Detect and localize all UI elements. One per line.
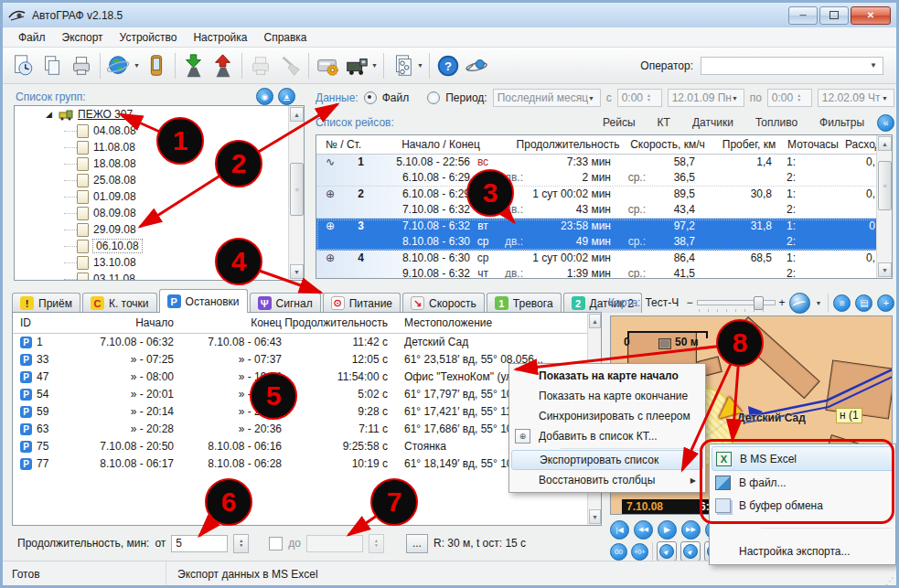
map-legend-button[interactable]: ▤ [855, 294, 872, 312]
zoom-in-label[interactable]: + [778, 296, 785, 309]
report-button[interactable] [8, 51, 37, 80]
tree-item-label[interactable]: 13.10.08 [93, 256, 136, 269]
trips-link[interactable]: Датчики [692, 116, 733, 129]
tab[interactable]: P Остановки [159, 289, 248, 313]
file-radio[interactable] [364, 91, 377, 104]
spinner-icon[interactable]: ▲▼ [797, 93, 801, 102]
tree-item-label[interactable]: 06.10.08 [93, 240, 142, 252]
slider-thumb[interactable] [754, 296, 764, 310]
duration-from-input[interactable]: 5 [171, 535, 228, 552]
scroll-down-icon[interactable]: ▼ [878, 262, 892, 277]
tree-item[interactable]: 25.08.08 [15, 172, 304, 188]
tab[interactable]: ! Приём [12, 293, 80, 313]
tab[interactable]: ↘ Скорость [402, 293, 485, 313]
resize-grip[interactable]: ⋰ [885, 576, 894, 586]
tree-item-label[interactable]: 08.09.08 [93, 207, 136, 219]
scrollbar-thumb[interactable]: ≡ [878, 161, 892, 210]
maximize-button[interactable] [819, 6, 849, 25]
follow-cursor-toggle[interactable]: ▲ [657, 541, 677, 561]
tree-item[interactable]: 01.09.08 [15, 188, 304, 205]
spinner-icon[interactable]: ▲▼ [647, 93, 651, 102]
tree-item[interactable]: 29.09.08 [15, 221, 304, 238]
trips-link[interactable]: КТ [658, 116, 670, 129]
groups-settings-button[interactable]: ◉ [256, 88, 273, 105]
to-checkbox[interactable] [269, 537, 283, 551]
menu-item[interactable]: Добавить в список КТ... [511, 426, 703, 446]
close-button[interactable]: ✕ [851, 6, 891, 25]
menu-item[interactable]: Настройка экспорта... [712, 540, 894, 562]
table-row[interactable]: ⊕ 3 7.10.08 - 6:32 вт 23:58 мин 97,2 31,… [316, 219, 878, 251]
duration-to-spinner[interactable]: ▲▼ [369, 534, 384, 553]
tab[interactable]: C К. точки [82, 293, 157, 313]
tree-item-label[interactable]: 29.09.08 [93, 223, 136, 236]
save-disk-button[interactable] [313, 51, 342, 80]
duration-from-spinner[interactable]: ▲▼ [233, 534, 249, 553]
map-center-button[interactable]: + [877, 294, 894, 312]
from-time-input[interactable]: 0:00▲▼ [617, 89, 662, 107]
skip-start-button[interactable]: |◀ [610, 520, 629, 540]
column-header[interactable]: Начало / Конец [369, 135, 512, 154]
waypoints-button[interactable] [388, 51, 417, 80]
tree-item-label[interactable]: 11.08.08 [93, 141, 135, 154]
zoom-out-label[interactable]: − [686, 296, 692, 309]
menu-item[interactable]: Устройство [112, 29, 186, 46]
collapse-panel-button[interactable]: « [877, 114, 894, 132]
tree-item[interactable]: 03.11.08 [15, 271, 304, 281]
scroll-up-icon[interactable]: ▲ [589, 314, 601, 328]
copy-button[interactable] [37, 51, 67, 80]
trips-link[interactable]: Фильтры [819, 116, 864, 129]
column-header[interactable]: ID [13, 313, 70, 333]
table-row[interactable]: ⊕ 4 8.10.08 - 6:30 ср 1 сут 00:02 мин 86… [316, 251, 878, 279]
column-header[interactable]: Моточасы [787, 135, 840, 154]
satellite-view-button[interactable] [463, 51, 492, 80]
trips-link[interactable]: Рейсы [603, 116, 635, 129]
table-row[interactable]: P1 7.10.08 - 06:32 7.10.08 - 06:43 11:42… [13, 334, 601, 351]
column-header[interactable]: Начало [70, 313, 174, 333]
period-radio[interactable] [427, 91, 440, 104]
tree-item[interactable]: 08.09.08 [15, 205, 304, 221]
tab[interactable]: Ψ Сигнал [250, 293, 321, 313]
tab[interactable]: ⊙ Питание [323, 293, 401, 313]
read-data-button[interactable] [179, 51, 209, 80]
send-data-button[interactable] [209, 51, 238, 80]
column-header[interactable]: Продолжительность [282, 313, 388, 333]
to-time-input[interactable]: 0:00▲▼ [767, 89, 812, 107]
tree-item-label[interactable]: 01.09.08 [93, 190, 136, 203]
scroll-down-icon[interactable]: ▼ [589, 509, 601, 524]
play-button[interactable]: ▶ [658, 520, 677, 540]
period-select[interactable]: Последний месяц▼ [493, 89, 601, 107]
google-earth-button[interactable] [789, 293, 810, 314]
trips-link[interactable]: Топливо [755, 116, 797, 129]
column-header[interactable]: Местоположение [388, 313, 601, 333]
waypoints-dropdown-icon[interactable]: ▼ [417, 62, 423, 69]
clear-button[interactable] [275, 51, 305, 80]
column-header[interactable]: Продолжительность [512, 135, 624, 154]
cursor-info-toggle[interactable]: ▲ [680, 541, 701, 561]
period-radio-label[interactable]: Период: [445, 91, 487, 104]
groups-collapse-button[interactable]: ▲ [278, 88, 295, 105]
table-row[interactable]: ∿ 1 5.10.08 - 22:56 вс 7:33 мин 58,7 1,4… [316, 155, 878, 187]
tree-expander-icon[interactable]: ◢ [46, 110, 59, 119]
tree-item-label[interactable]: 04.08.08 [93, 124, 136, 137]
fast-forward-button[interactable]: ▶▶ [681, 520, 701, 540]
from-date-select[interactable]: 12.01.09 Пн▼ [668, 89, 744, 107]
chevron-down-icon[interactable]: ▼ [815, 300, 821, 306]
scrollbar-thumb[interactable]: ≡ [290, 163, 304, 216]
step-button[interactable]: +0+ [631, 543, 648, 561]
stop-params-button[interactable]: ... [406, 534, 428, 553]
tab[interactable]: 1 Тревога [487, 293, 562, 313]
tree-root-item[interactable]: ◢ ПЕЖО 307 [15, 106, 304, 123]
scroll-down-icon[interactable]: ▼ [290, 264, 304, 279]
internet-button[interactable] [104, 51, 134, 80]
table-row[interactable]: ⊕ 2 6.10.08 - 6:29 пн 1 сут 00:02 мин 89… [316, 187, 878, 219]
column-header[interactable]: Скорость, км/ч [624, 135, 712, 154]
menu-item[interactable]: Показать на карте окончание [511, 386, 703, 406]
minimize-button[interactable]: ─ [788, 6, 818, 25]
help-button[interactable]: ? [433, 51, 463, 80]
tree-item-label[interactable]: 03.11.08 [93, 273, 135, 281]
menu-item[interactable]: Восстановить столбцы ▶ [511, 470, 703, 490]
to-date-select[interactable]: 12.02.09 Чт▼ [818, 89, 894, 107]
vehicle-button[interactable] [342, 51, 371, 80]
menu-item[interactable]: Файл [10, 29, 54, 46]
menu-item[interactable]: Экспортировать список [511, 450, 703, 470]
